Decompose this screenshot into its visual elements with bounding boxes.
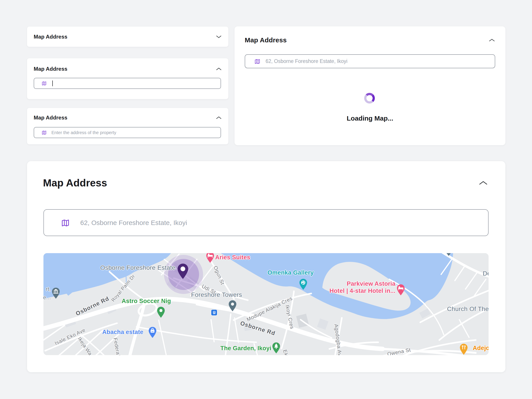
map-address-card-collapsed: Map Address [27, 27, 228, 47]
map-canvas[interactable]: Royal Palm DrUdi StOsborne RdOsborne RdO… [44, 253, 488, 355]
restaurant-pin[interactable] [459, 343, 468, 355]
map-address-card-loading: Map Address 62, Osborne Foreshore Estate… [234, 26, 505, 145]
bus-station-icon[interactable] [211, 309, 217, 316]
map-icon [61, 219, 70, 227]
card-title: Map Address [34, 66, 67, 72]
map-icon [254, 58, 260, 64]
card-title: Map Address [34, 115, 67, 121]
chevron-up-icon[interactable] [478, 180, 488, 185]
map-icon [42, 81, 47, 86]
card-header[interactable]: Map Address [245, 35, 495, 45]
poi-label[interactable]: Abacha estate [102, 329, 143, 336]
foreshore-towers-pin[interactable] [228, 300, 237, 313]
map-address-card-full: Map Address 62, Osborne Foreshore Estate… [27, 161, 505, 372]
selected-location-pin[interactable] [177, 263, 189, 279]
area-label: rt, [46, 286, 51, 292]
card-title: Map Address [43, 177, 107, 189]
card-header[interactable]: Map Address [34, 113, 222, 122]
chevron-up-icon[interactable] [488, 38, 495, 42]
input-placeholder: Enter the address of the property [51, 130, 116, 135]
card-title: Map Address [34, 34, 67, 40]
card-header[interactable]: Map Address [34, 27, 222, 47]
astro-soccer-pin[interactable] [157, 306, 165, 319]
page: Map Address Map Address Map Address Ente… [0, 0, 532, 399]
poi-label[interactable]: Omenka Gallery [267, 269, 314, 276]
loading-spinner [364, 93, 375, 103]
area-label: De [483, 270, 488, 277]
poi-label[interactable]: Parkview Astoria [347, 280, 395, 287]
hotel-pin-aries[interactable] [206, 253, 215, 264]
garden-pin[interactable] [272, 342, 281, 355]
poi-label[interactable]: Hotel | 4-star Hotel in... [329, 287, 395, 294]
poi-label[interactable]: Aries Suites [215, 254, 250, 261]
chevron-down-icon[interactable] [216, 35, 222, 38]
chevron-up-icon[interactable] [216, 67, 222, 70]
card-header[interactable]: Map Address [34, 64, 222, 73]
map-address-card-typing: Map Address [27, 58, 228, 99]
museum-pin[interactable] [51, 287, 60, 300]
area-label: Osborne Foreshore Estate [100, 264, 176, 271]
abacha-estate-pin[interactable] [148, 327, 157, 339]
poi-label[interactable]: Astro Soccer Nig [122, 298, 171, 304]
area-label: Foreshore Towers [191, 291, 242, 298]
area-label: e... [44, 294, 51, 301]
area-label: Church Of The [447, 305, 488, 313]
loading-text: Loading Map... [234, 115, 505, 122]
input-placeholder: 62, Osborne Foreshore Estate, Ikoyi [266, 58, 347, 64]
chevron-up-icon[interactable] [216, 116, 222, 119]
hotel-pin-parkview[interactable] [396, 284, 405, 297]
address-input[interactable]: 62, Osborne Foreshore Estate, Ikoyi [245, 54, 495, 68]
clipped-pin[interactable] [444, 253, 453, 257]
address-input[interactable]: Enter the address of the property [34, 127, 221, 138]
map-icon [42, 130, 47, 135]
poi-label[interactable]: The Garden, Ikoyi [220, 345, 271, 352]
input-placeholder: 62, Osborne Foreshore Estate, Ikoyi [80, 219, 187, 227]
address-input[interactable] [34, 78, 221, 89]
poi-label[interactable]: Adejoke [473, 345, 488, 352]
card-header[interactable]: Map Address [43, 176, 488, 190]
text-cursor [52, 81, 53, 86]
address-input[interactable]: 62, Osborne Foreshore Estate, Ikoyi [44, 209, 488, 236]
map-address-card-empty: Map Address Enter the address of the pro… [27, 108, 228, 144]
gallery-pin[interactable] [299, 279, 308, 291]
card-title: Map Address [245, 36, 287, 44]
